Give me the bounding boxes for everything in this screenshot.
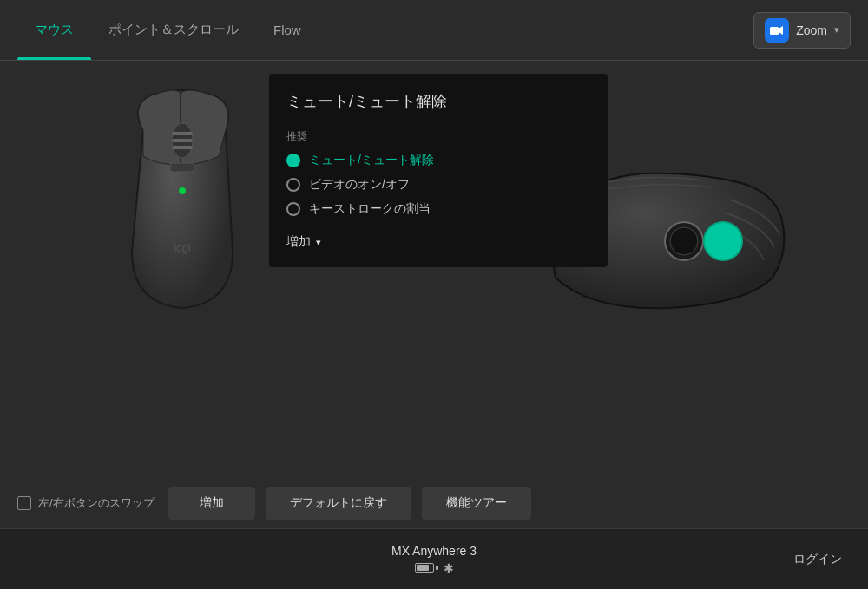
svg-text:logi: logi	[174, 242, 191, 254]
zoom-icon	[765, 18, 789, 43]
tab-flow[interactable]: Flow	[256, 0, 319, 60]
tab-point-scroll[interactable]: ポイント＆スクロール	[91, 0, 256, 60]
popup-add-chevron: ▾	[316, 237, 321, 248]
radio-empty-icon-2	[286, 202, 300, 216]
zoom-app-button[interactable]: Zoom ▾	[753, 12, 851, 49]
svg-rect-3	[172, 132, 193, 135]
device-info: MX Anywhere 3 ✱	[391, 544, 477, 575]
popup-options: ミュート/ミュート解除 ビデオのオン/オフ キーストロークの割当	[286, 153, 590, 217]
device-name: MX Anywhere 3	[391, 544, 477, 558]
svg-point-12	[709, 227, 737, 255]
footer: MX Anywhere 3 ✱ ログイン	[0, 528, 868, 589]
svg-rect-0	[770, 27, 779, 35]
main-content: logi	[0, 61, 868, 468]
action-buttons: 増加 デフォルトに戻す 機能ツアー	[168, 487, 531, 520]
tab-mouse[interactable]: マウス	[17, 0, 91, 60]
battery-icon	[415, 563, 438, 573]
battery-fill	[417, 565, 429, 571]
option-mute-label: ミュート/ミュート解除	[309, 153, 434, 168]
chevron-down-icon: ▾	[834, 24, 839, 36]
header: マウス ポイント＆スクロール Flow Zoom ▾	[0, 0, 868, 61]
svg-point-7	[179, 187, 186, 194]
device-icons: ✱	[415, 561, 454, 575]
option-video[interactable]: ビデオのオン/オフ	[286, 177, 590, 193]
tour-button[interactable]: 機能ツアー	[422, 487, 531, 520]
bottom-bar: 左/右ボタンのスワップ 増加 デフォルトに戻す 機能ツアー	[0, 487, 868, 520]
login-button[interactable]: ログイン	[793, 552, 842, 567]
popup-add-button[interactable]: 増加 ▾	[286, 234, 321, 250]
svg-rect-6	[170, 163, 194, 172]
option-keystroke[interactable]: キーストロークの割当	[286, 201, 590, 217]
mouse-front-image: logi	[104, 78, 260, 324]
app-selector: Zoom ▾	[753, 0, 851, 60]
swap-checkbox[interactable]	[17, 496, 31, 510]
zoom-label: Zoom	[796, 23, 827, 37]
popup-title: ミュート/ミュート解除	[286, 91, 590, 112]
svg-point-10	[670, 227, 698, 255]
swap-checkbox-label[interactable]: 左/右ボタンのスワップ	[17, 495, 155, 511]
swap-label-text: 左/右ボタンのスワップ	[38, 495, 155, 511]
battery-body	[415, 563, 434, 573]
default-button[interactable]: デフォルトに戻す	[266, 487, 411, 520]
popup-add-label: 増加	[286, 234, 311, 250]
battery-tip	[436, 566, 438, 570]
add-button[interactable]: 増加	[168, 487, 255, 520]
radio-empty-icon	[286, 178, 300, 192]
option-mute[interactable]: ミュート/ミュート解除	[286, 153, 590, 168]
option-video-label: ビデオのオン/オフ	[309, 177, 410, 193]
option-keystroke-label: キーストロークの割当	[309, 201, 431, 217]
wireless-icon: ✱	[444, 561, 454, 575]
svg-rect-5	[172, 146, 193, 149]
action-dropdown: ミュート/ミュート解除 推奨 ミュート/ミュート解除 ビデオのオン/オフ キース…	[269, 74, 608, 267]
svg-rect-4	[172, 139, 193, 142]
svg-marker-1	[779, 26, 783, 35]
radio-filled-icon	[286, 154, 300, 167]
popup-section-label: 推奨	[286, 129, 590, 144]
